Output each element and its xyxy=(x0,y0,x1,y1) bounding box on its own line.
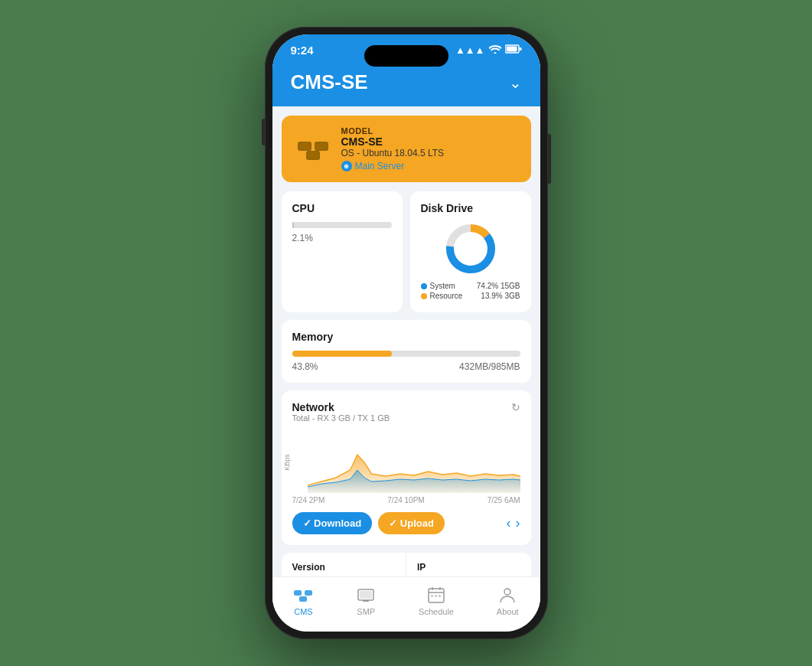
chart-label-1: 7/24 2PM xyxy=(292,496,325,504)
model-server: ⊕ Main Server xyxy=(341,161,445,171)
model-label: MODEL xyxy=(341,126,445,135)
bottom-nav: CMS SMP xyxy=(272,576,540,632)
memory-stats: 43.8% 432MB/985MB xyxy=(292,361,520,372)
dynamic-island xyxy=(364,45,448,67)
stats-row: CPU 2.1% Disk Drive xyxy=(282,191,531,312)
network-card: Network Total - RX 3 GB / TX 1 GB ↻ KBps xyxy=(282,390,531,545)
next-arrow-icon[interactable]: › xyxy=(516,515,520,531)
chart-labels: 7/24 2PM 7/24 10PM 7/25 6AM xyxy=(292,496,520,504)
schedule-nav-icon xyxy=(426,585,446,605)
nav-arrows: ‹ › xyxy=(507,515,520,531)
svg-point-25 xyxy=(504,589,510,595)
phone-screen: 9:24 ▲▲▲ CMS-SE xyxy=(272,34,540,632)
memory-title: Memory xyxy=(292,331,520,343)
memory-bar-bg xyxy=(292,351,520,357)
status-time: 9:24 xyxy=(291,44,314,57)
nav-smp[interactable]: SMP xyxy=(356,585,376,616)
svg-rect-4 xyxy=(299,143,310,149)
download-button[interactable]: ✓ Download xyxy=(292,512,373,534)
chevron-down-icon[interactable]: ⌄ xyxy=(509,73,522,92)
cpu-title: CPU xyxy=(292,202,392,214)
svg-rect-12 xyxy=(294,590,302,596)
model-info: MODEL CMS-SE OS - Ubuntu 18.04.5 LTS ⊕ M… xyxy=(341,126,445,171)
network-chart: KBps xyxy=(292,432,520,493)
memory-card: Memory 43.8% 432MB/985MB xyxy=(282,320,531,383)
cms-nav-label: CMS xyxy=(294,607,312,616)
battery-icon xyxy=(505,44,522,56)
svg-rect-14 xyxy=(299,596,307,602)
nav-about[interactable]: About xyxy=(497,585,519,616)
filter-row: ✓ Download ✓ Upload ‹ › xyxy=(292,512,520,534)
cms-logo-icon xyxy=(294,134,332,165)
svg-rect-2 xyxy=(519,47,521,51)
cms-nav-icon xyxy=(293,585,313,605)
svg-rect-23 xyxy=(435,595,437,597)
wifi-icon xyxy=(489,44,501,56)
smp-nav-icon xyxy=(356,585,376,605)
network-header: Network Total - RX 3 GB / TX 1 GB ↻ xyxy=(292,401,520,429)
svg-rect-16 xyxy=(360,591,372,599)
memory-bar-fill xyxy=(292,351,393,357)
disk-legend: System 74.2% 15GB Resource 13.9% 3GB xyxy=(421,282,520,300)
app-title: CMS-SE xyxy=(291,70,368,94)
chart-label-3: 7/25 6AM xyxy=(488,496,520,504)
disk-resource-row: Resource 13.9% 3GB xyxy=(421,292,520,300)
nav-cms[interactable]: CMS xyxy=(293,585,313,616)
cpu-value: 2.1% xyxy=(292,233,392,243)
about-nav-label: About xyxy=(497,607,519,616)
memory-value: 432MB/985MB xyxy=(459,361,520,372)
refresh-icon[interactable]: ↻ xyxy=(511,401,520,413)
svg-rect-13 xyxy=(305,590,312,596)
server-icon: ⊕ xyxy=(341,161,352,171)
cpu-progress-fill xyxy=(292,222,295,228)
svg-rect-24 xyxy=(439,595,441,597)
svg-rect-6 xyxy=(316,143,327,149)
main-content[interactable]: MODEL CMS-SE OS - Ubuntu 18.04.5 LTS ⊕ M… xyxy=(272,106,540,612)
svg-rect-17 xyxy=(363,600,369,602)
svg-rect-22 xyxy=(431,595,433,597)
status-icons: ▲▲▲ xyxy=(455,44,522,56)
memory-percent: 43.8% xyxy=(292,361,318,372)
cpu-card: CPU 2.1% xyxy=(282,191,403,312)
phone-frame: 9:24 ▲▲▲ CMS-SE xyxy=(265,27,548,639)
nav-schedule[interactable]: Schedule xyxy=(419,585,454,616)
disk-donut xyxy=(421,222,520,276)
model-card: MODEL CMS-SE OS - Ubuntu 18.04.5 LTS ⊕ M… xyxy=(282,116,531,182)
schedule-nav-label: Schedule xyxy=(419,607,454,616)
chart-ylabel: KBps xyxy=(282,454,290,471)
model-os: OS - Ubuntu 18.04.5 LTS xyxy=(341,148,445,158)
disk-system-row: System 74.2% 15GB xyxy=(421,282,520,290)
svg-rect-1 xyxy=(506,47,517,52)
smp-nav-label: SMP xyxy=(357,607,375,616)
disk-card: Disk Drive xyxy=(410,191,531,312)
prev-arrow-icon[interactable]: ‹ xyxy=(507,515,511,531)
app-header: CMS-SE ⌄ xyxy=(272,63,540,106)
cpu-progress-bg xyxy=(292,222,392,228)
network-subtitle: Total - RX 3 GB / TX 1 GB xyxy=(292,413,390,423)
upload-button[interactable]: ✓ Upload xyxy=(378,512,445,534)
disk-title: Disk Drive xyxy=(421,202,520,214)
ip-label: IP xyxy=(417,562,520,573)
version-label: Version xyxy=(292,562,396,573)
model-name: CMS-SE xyxy=(341,135,445,148)
about-nav-icon xyxy=(497,585,517,605)
signal-icon: ▲▲▲ xyxy=(455,44,485,56)
chart-label-2: 7/24 10PM xyxy=(387,496,424,504)
network-title: Network xyxy=(292,401,390,413)
svg-rect-8 xyxy=(308,152,318,158)
